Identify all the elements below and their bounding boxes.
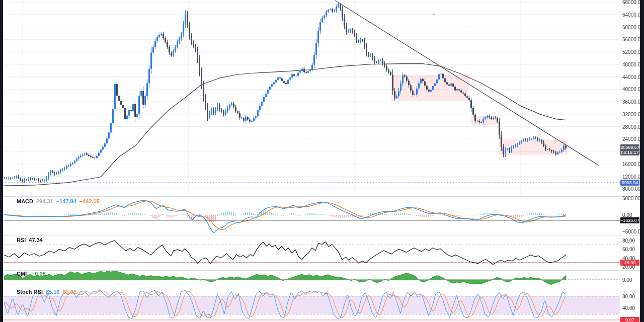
stoch-k-value: 85.16 (46, 289, 60, 295)
rsi-title[interactable]: RSI (17, 237, 26, 243)
macd-line-value: −147.84 (56, 198, 76, 204)
axis-label: 80.00 (622, 238, 635, 244)
stoch-title[interactable]: Stoch RSI (17, 289, 43, 295)
left-panel-edge (0, 0, 3, 322)
axis-label: 40.00 (622, 305, 635, 311)
macd-signal-value: −442.15 (79, 198, 100, 204)
axis-separator-line (620, 0, 620, 322)
right-panel-edge (640, 0, 644, 322)
rsi-legend: RSI47.34 (17, 237, 46, 243)
macd-hline-badge: −1626.07 (620, 217, 639, 223)
rsi-value: 47.34 (29, 237, 43, 243)
prev-close-badge: 9993.94 (620, 180, 639, 186)
stoch-d-value: 95.05 (62, 289, 76, 295)
current-price-badge: 20569.5705:15:17 (620, 144, 639, 155)
axis-label: 60.00 (622, 247, 635, 252)
cmf-title[interactable]: CMF (17, 271, 29, 277)
macd-hist-value: 294.31 (36, 198, 53, 204)
stoch-legend: Stoch RSI85.1695.05 (17, 289, 79, 295)
axis-label: 5000.00 (622, 196, 640, 201)
cmf-legend: CMF−0.08 (17, 271, 49, 277)
rsi-hline-badge: 28.90 (620, 260, 639, 266)
macd-title[interactable]: MACD (17, 198, 33, 204)
trading-chart-screen: MACD294.31−147.84−442.15 RSI47.34 CMF−0.… (0, 0, 644, 322)
macd-legend: MACD294.31−147.84−442.15 (17, 198, 103, 204)
cmf-value: −0.08 (32, 271, 46, 277)
axis-label: 8000.00 (622, 186, 640, 192)
axis-label: 0.00 (622, 277, 632, 283)
stoch-hline-badge: 0.07 (620, 317, 639, 322)
axis-label: 80.00 (622, 293, 635, 299)
chart-canvas[interactable] (0, 0, 644, 322)
